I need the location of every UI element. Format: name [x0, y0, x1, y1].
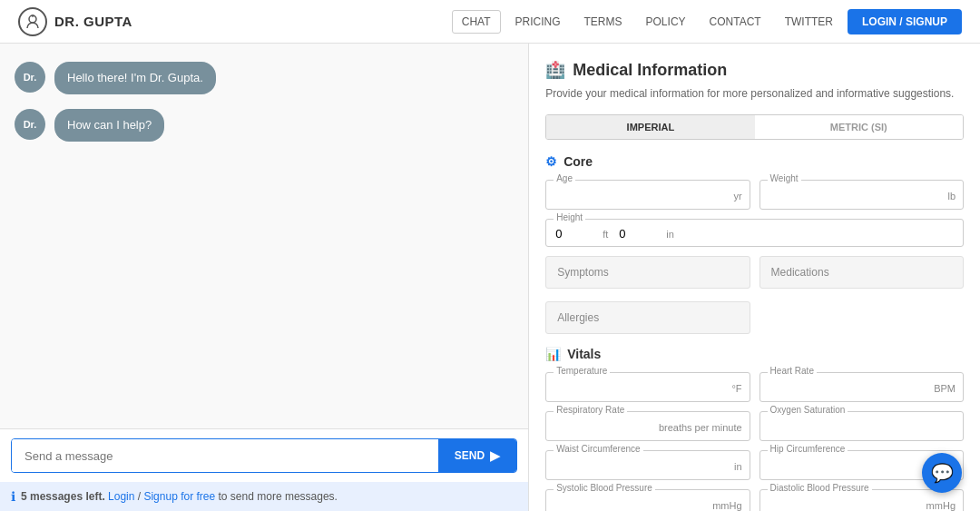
core-title-text: Core [564, 154, 593, 169]
logo-icon [18, 7, 47, 36]
age-unit: yr [733, 191, 741, 201]
tab-imperial[interactable]: IMPERIAL [546, 115, 754, 139]
message-2: Dr. How can I help? [15, 109, 514, 142]
waist-hip-row: Waist Circumference in Hip Circumference… [545, 450, 964, 480]
message-1: Dr. Hello there! I'm Dr. Gupta. [15, 62, 514, 94]
medical-subtitle: Provide your medical information for mor… [545, 85, 964, 102]
login-link[interactable]: Login [108, 490, 134, 503]
medical-panel: 🏥 Medical Information Provide your medic… [529, 44, 980, 511]
bubble-1: Hello there! I'm Dr. Gupta. [54, 62, 216, 94]
age-label: Age [554, 173, 575, 183]
heart-rate-label: Heart Rate [768, 366, 817, 376]
send-label: SEND [455, 449, 485, 462]
weight-unit: lb [947, 191, 956, 201]
height-in-unit: in [666, 229, 674, 240]
respiratory-unit: breaths per minute [659, 422, 742, 433]
temperature-field: Temperature °F [545, 372, 750, 402]
height-in-input[interactable] [619, 227, 655, 241]
diastolic-label: Diastolic Blood Pressure [768, 483, 872, 493]
vitals-icon: 📊 [545, 347, 561, 361]
nav-terms[interactable]: TERMS [575, 11, 632, 33]
allergies-row: Allergies [545, 301, 964, 334]
avatar-2: Dr. [15, 109, 45, 140]
bp-row: Systolic Blood Pressure mmHg Diastolic B… [545, 489, 964, 511]
weight-input[interactable] [769, 188, 954, 203]
nav-twitter[interactable]: TWITTER [776, 11, 842, 33]
symptoms-field[interactable]: Symptoms [545, 256, 750, 289]
symptoms-allergies-row: Symptoms Medications [545, 256, 964, 289]
signup-link[interactable]: Signup for free [143, 490, 215, 503]
nav-contact[interactable]: CONTACT [701, 11, 770, 33]
header: DR. GUPTA CHAT PRICING TERMS POLICY CONT… [0, 0, 980, 44]
chat-messages: Dr. Hello there! I'm Dr. Gupta. Dr. How … [0, 44, 528, 428]
medications-field[interactable]: Medications [760, 256, 964, 289]
vitals-section-title: 📊 Vitals [545, 347, 964, 361]
height-row: Height ft in [545, 219, 964, 247]
allergies-field[interactable]: Allergies [545, 301, 750, 334]
temperature-label: Temperature [554, 366, 610, 376]
logo-text: DR. GUPTA [54, 14, 132, 29]
weight-label: Weight [768, 173, 801, 183]
temp-heartrate-row: Temperature °F Heart Rate BPM [545, 372, 964, 402]
heart-rate-field: Heart Rate BPM [760, 372, 964, 402]
logo: DR. GUPTA [18, 7, 132, 36]
systolic-field: Systolic Blood Pressure mmHg [545, 489, 750, 511]
chat-input-row: SEND ▶ [11, 438, 517, 473]
temperature-input[interactable] [555, 380, 740, 396]
temperature-unit: °F [731, 383, 741, 394]
height-label: Height [554, 212, 585, 222]
waist-field: Waist Circumference in [545, 450, 750, 480]
oxygen-saturation-field: Oxygen Saturation [760, 411, 964, 441]
chat-fab-icon: 💬 [931, 462, 954, 484]
age-field: Age yr [545, 180, 750, 210]
diastolic-field: Diastolic Blood Pressure mmHg [760, 489, 964, 511]
medical-title-text: Medical Information [573, 61, 727, 80]
resp-oxygen-row: Respiratory Rate breaths per minute Oxyg… [545, 411, 964, 441]
send-arrow-icon: ▶ [490, 448, 500, 463]
medical-title-row: 🏥 Medical Information [545, 60, 964, 80]
systolic-unit: mmHg [712, 500, 741, 511]
height-ft-input[interactable] [555, 227, 592, 241]
diastolic-unit: mmHg [926, 500, 956, 511]
core-age-weight-row: Age yr Weight lb [545, 180, 964, 210]
login-signup-button[interactable]: LOGIN / SIGNUP [848, 9, 962, 34]
medical-icon: 🏥 [545, 60, 565, 80]
chat-fab-button[interactable]: 💬 [922, 453, 962, 493]
respiratory-rate-field: Respiratory Rate breaths per minute [545, 411, 750, 441]
footer-suffix: to send more messages. [219, 490, 338, 503]
messages-left-text: 5 messages left. Login / Signup for free… [21, 490, 338, 503]
oxygen-label: Oxygen Saturation [768, 405, 848, 415]
unit-tabs: IMPERIAL METRIC (SI) [545, 114, 964, 140]
bubble-2: How can I help? [54, 109, 164, 142]
weight-field: Weight lb [760, 180, 964, 210]
heart-rate-unit: BPM [934, 383, 956, 394]
chat-footer: ℹ 5 messages left. Login / Signup for fr… [0, 482, 528, 511]
heart-rate-input[interactable] [769, 380, 954, 396]
main-content: Dr. Hello there! I'm Dr. Gupta. Dr. How … [0, 44, 980, 511]
vitals-title-text: Vitals [567, 347, 601, 361]
core-section-title: ⚙ Core [545, 154, 964, 169]
waist-input[interactable] [555, 458, 740, 474]
waist-label: Waist Circumference [554, 444, 642, 454]
age-input[interactable] [555, 188, 740, 203]
send-button[interactable]: SEND ▶ [438, 439, 516, 472]
messages-left-count: 5 messages left. [21, 490, 105, 503]
waist-unit: in [734, 461, 742, 472]
avatar-1: Dr. [15, 62, 45, 93]
hip-label: Hip Circumference [768, 444, 848, 454]
info-icon: ℹ [11, 489, 15, 504]
systolic-label: Systolic Blood Pressure [554, 483, 655, 493]
respiratory-label: Respiratory Rate [554, 405, 627, 415]
chat-input[interactable] [12, 439, 438, 472]
core-icon: ⚙ [545, 154, 557, 169]
oxygen-input[interactable] [769, 419, 954, 435]
nav-policy[interactable]: POLICY [637, 11, 695, 33]
chat-input-area: SEND ▶ [0, 428, 528, 482]
height-ft-unit: ft [603, 229, 608, 240]
chat-panel: Dr. Hello there! I'm Dr. Gupta. Dr. How … [0, 44, 529, 511]
nav-pricing[interactable]: PRICING [506, 11, 570, 33]
header-nav: CHAT PRICING TERMS POLICY CONTACT TWITTE… [452, 9, 962, 34]
tab-metric[interactable]: METRIC (SI) [755, 115, 963, 139]
nav-chat[interactable]: CHAT [452, 10, 501, 34]
